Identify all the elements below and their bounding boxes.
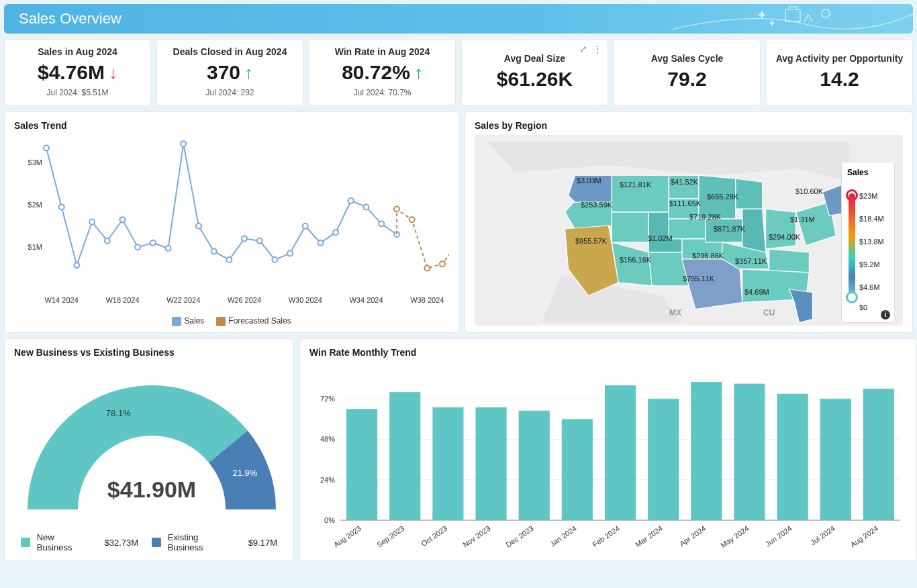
svg-point-33 bbox=[364, 204, 369, 209]
gauge-container: 78.1%21.9%$41.90M bbox=[14, 362, 284, 532]
map-val-or: $253.59K bbox=[581, 201, 612, 209]
legend-existing[interactable]: Existing Business bbox=[168, 532, 235, 552]
svg-point-19 bbox=[150, 240, 156, 246]
kpi-value: 79.2 bbox=[667, 68, 706, 91]
svg-rect-65 bbox=[605, 385, 636, 520]
svg-rect-55 bbox=[389, 392, 420, 520]
map-val-ut: $1.02M bbox=[648, 234, 673, 242]
country-mx: MX bbox=[669, 308, 681, 317]
legend-sales[interactable]: Sales bbox=[184, 316, 204, 326]
sales-trend-chart: $1M$2M$3MW14 2024W18 2024W22 2024W26 202… bbox=[14, 135, 449, 309]
map-val-ia: $719.28K bbox=[689, 213, 721, 221]
map-val-mn: $655.28K bbox=[707, 193, 738, 201]
map-val-wa: $3.03M bbox=[577, 177, 601, 185]
panel-new-vs-existing[interactable]: New Business vs Existing Business 78.1%2… bbox=[4, 338, 294, 561]
svg-text:Jan 2024: Jan 2024 bbox=[548, 524, 578, 548]
svg-text:Jun 2024: Jun 2024 bbox=[764, 524, 793, 548]
svg-rect-63 bbox=[562, 419, 593, 520]
svg-point-28 bbox=[287, 251, 293, 256]
kpi-deals[interactable]: Deals Closed in Aug 2024 370↑ Jul 2024: … bbox=[156, 39, 303, 106]
panel-title: New Business vs Existing Business bbox=[14, 347, 284, 358]
svg-point-15 bbox=[89, 219, 95, 224]
legend-new[interactable]: New Business bbox=[37, 532, 91, 552]
trend-up-icon: ↑ bbox=[244, 62, 253, 83]
svg-point-12 bbox=[44, 145, 49, 150]
gauge-legend: New Business $32.73M Existing Business $… bbox=[14, 532, 284, 559]
svg-text:Apr 2024: Apr 2024 bbox=[678, 524, 707, 548]
svg-point-38 bbox=[424, 266, 430, 271]
panel-sales-trend[interactable]: Sales Trend $1M$2M$3MW14 2024W18 2024W22… bbox=[4, 111, 459, 333]
page-header: Sales Overview bbox=[4, 4, 913, 34]
kpi-sub: Jul 2024: $5.51M bbox=[46, 88, 108, 97]
kpi-sales[interactable]: Sales in Aug 2024 $4.76M↓ Jul 2024: $5.5… bbox=[4, 39, 151, 106]
svg-text:$41.90M: $41.90M bbox=[107, 477, 196, 502]
svg-text:W18 2024: W18 2024 bbox=[105, 296, 139, 304]
legend-tick: $23M bbox=[859, 192, 878, 200]
svg-point-20 bbox=[166, 246, 171, 251]
legend-new-val: $32.73M bbox=[104, 538, 138, 548]
legend-tick: $9.2M bbox=[859, 260, 880, 268]
svg-point-26 bbox=[257, 238, 262, 244]
map-val-oh: $294.00K bbox=[769, 233, 800, 241]
map-legend: Sales $23M $18.4M $13.8M $9.2M $4.6M $0 … bbox=[841, 162, 895, 323]
map-val-mt: $121.81K bbox=[620, 181, 651, 189]
svg-text:Jul 2024: Jul 2024 bbox=[809, 524, 836, 547]
panel-title: Win Rate Monthly Trend bbox=[309, 347, 907, 358]
trend-up-icon: ↑ bbox=[414, 62, 423, 83]
map-val-fl: $4.69M bbox=[744, 288, 769, 296]
legend-forecast[interactable]: Forecasted Sales bbox=[228, 316, 291, 326]
svg-text:W22 2024: W22 2024 bbox=[166, 296, 200, 304]
kpi-value: 14.2 bbox=[820, 68, 859, 91]
svg-text:W30 2024: W30 2024 bbox=[289, 296, 322, 304]
kpi-activity[interactable]: Avg Activity per Opportunity 14.2 bbox=[766, 39, 913, 106]
expand-icon[interactable]: ⤢ bbox=[579, 44, 587, 54]
svg-text:$2M: $2M bbox=[28, 201, 42, 209]
kpi-value: $4.76M bbox=[38, 61, 105, 84]
svg-point-30 bbox=[318, 240, 323, 246]
svg-point-23 bbox=[211, 248, 217, 254]
svg-rect-57 bbox=[432, 407, 463, 520]
svg-rect-69 bbox=[691, 382, 722, 520]
map-val-az: $156.16K bbox=[620, 256, 651, 264]
svg-point-1 bbox=[822, 9, 830, 17]
svg-text:0%: 0% bbox=[324, 516, 335, 524]
svg-rect-77 bbox=[863, 389, 894, 520]
info-icon[interactable]: i bbox=[881, 310, 890, 320]
svg-text:Feb 2024: Feb 2024 bbox=[591, 524, 621, 548]
svg-point-16 bbox=[105, 238, 110, 244]
panel-win-rate-trend[interactable]: Win Rate Monthly Trend 0%24%48%72%Aug 20… bbox=[299, 338, 917, 561]
svg-rect-53 bbox=[346, 409, 377, 520]
svg-text:W14 2024: W14 2024 bbox=[45, 296, 79, 304]
map-val-tx: $755.11K bbox=[683, 275, 714, 283]
map-container: $3.03M $121.81K $41.52K $655.28K $10.60K… bbox=[475, 135, 903, 326]
svg-text:W26 2024: W26 2024 bbox=[228, 296, 261, 304]
header-decoration bbox=[671, 4, 913, 34]
gauge-chart: 78.1%21.9%$41.90M bbox=[14, 362, 289, 530]
svg-rect-0 bbox=[785, 9, 800, 21]
map-val-sd: $111.65K bbox=[669, 199, 701, 207]
svg-text:Aug 2023: Aug 2023 bbox=[332, 524, 363, 549]
more-icon[interactable]: ⋮ bbox=[593, 44, 602, 54]
kpi-title: Deals Closed in Aug 2024 bbox=[173, 46, 287, 57]
map-val-tn: $357.11K bbox=[735, 257, 767, 265]
kpi-dealsize[interactable]: ⤢ ⋮ Avg Deal Size $61.26K bbox=[461, 39, 608, 106]
svg-text:Nov 2023: Nov 2023 bbox=[461, 524, 491, 549]
svg-point-32 bbox=[348, 198, 354, 203]
kpi-winrate[interactable]: Win Rate in Aug 2024 80.72%↑ Jul 2024: 7… bbox=[309, 39, 456, 106]
svg-text:78.1%: 78.1% bbox=[106, 408, 131, 418]
kpi-value: 370 bbox=[207, 61, 240, 84]
kpi-cycle[interactable]: Avg Sales Cycle 79.2 bbox=[614, 39, 761, 106]
svg-text:May 2024: May 2024 bbox=[719, 524, 750, 550]
svg-point-31 bbox=[333, 230, 338, 235]
svg-text:Sep 2023: Sep 2023 bbox=[375, 524, 405, 549]
svg-point-17 bbox=[119, 217, 125, 222]
svg-rect-59 bbox=[475, 407, 506, 520]
legend-min-dot bbox=[846, 291, 858, 303]
svg-text:Mar 2024: Mar 2024 bbox=[634, 524, 664, 548]
svg-text:72%: 72% bbox=[320, 395, 335, 403]
legend-tick: $13.8M bbox=[859, 238, 884, 246]
panel-sales-region[interactable]: Sales by Region bbox=[465, 111, 913, 333]
kpi-value: 80.72% bbox=[342, 61, 410, 84]
legend-gradient bbox=[849, 193, 855, 301]
kpi-value: $61.26K bbox=[497, 68, 573, 91]
